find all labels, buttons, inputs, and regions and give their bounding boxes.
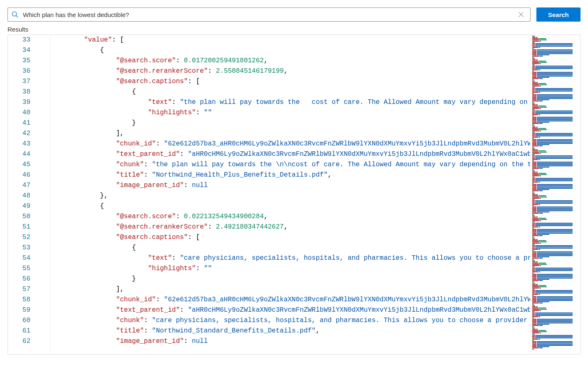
search-button[interactable]: Search <box>536 7 581 22</box>
results-heading: Results <box>0 22 588 34</box>
svg-line-1 <box>16 16 18 17</box>
search-bar: Search <box>0 0 588 22</box>
fold-column <box>38 35 50 354</box>
line-gutter: 3334353637383940414243444546474849505152… <box>8 35 38 354</box>
close-icon <box>518 12 524 17</box>
minimap[interactable] <box>530 35 580 354</box>
search-input[interactable] <box>19 11 515 18</box>
search-icon <box>11 11 19 18</box>
results-editor[interactable]: 3334353637383940414243444546474849505152… <box>7 34 581 355</box>
code-area[interactable]: "value": [ { "@search.score": 0.01720025… <box>50 35 530 354</box>
search-input-wrap[interactable] <box>7 7 531 22</box>
clear-button[interactable] <box>515 9 527 20</box>
